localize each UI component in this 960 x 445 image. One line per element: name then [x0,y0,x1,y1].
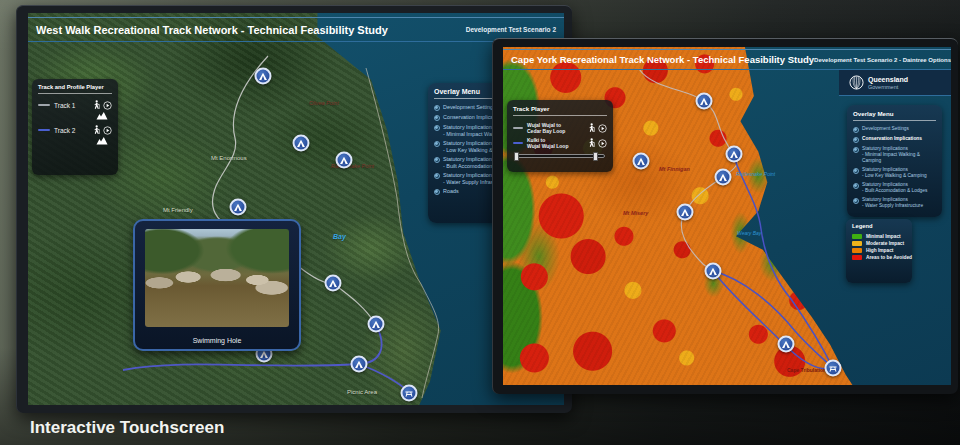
-hiker-icon[interactable] [93,100,101,110]
right-touchscreen-window: Mt FinniganRattlesnake PointMt MiseryWea… [492,38,958,394]
legend-row: High Impact [846,246,912,253]
campsite-icon [700,97,709,105]
divider [853,120,936,121]
stage-caption: Interactive Touchscreen [30,418,224,438]
campsite-marker[interactable] [633,153,650,170]
overlay-menu-item[interactable]: Statutory Implications- Low Key Walking … [847,165,942,180]
overlay-menu-item[interactable]: Statutory Implications- Water Supply Inf… [847,195,942,210]
campsite-icon [637,157,646,165]
left-scenario-label: Development Test Scenario 2 [466,26,564,33]
map-label: Olivea Point [309,100,339,106]
timeline-slider[interactable] [515,154,605,158]
campsite-marker[interactable] [696,93,713,110]
menu-bullet-icon [853,183,859,189]
campsite-icon [340,156,349,164]
menu-item-label: Statutory Implications- Minimal Impact W… [862,146,937,164]
menu-bullet-icon [434,141,440,147]
right-header: Cape York Recreational Track Network - T… [503,49,951,70]
menu-bullet-icon [853,127,859,133]
legend-panel: Legend Minimal ImpactModerate ImpactHigh… [846,219,912,283]
overlay-menu-item[interactable]: Conservation Implications [847,134,942,144]
campsite-marker[interactable] [715,169,732,186]
-hiker-icon[interactable] [93,125,101,135]
menu-bullet-icon [853,198,859,204]
track-row[interactable]: Track 1 [32,97,118,122]
slider-handle-right[interactable] [593,152,598,161]
-play-icon[interactable] [103,101,112,110]
menu-bullet-icon [434,105,440,111]
legend-swatch [852,248,862,253]
-play-icon[interactable] [598,124,607,133]
campsite-icon [709,267,718,275]
map-label: Picnic Area [347,389,377,395]
menu-item-label: Statutory Implications- Low Key Walking … [862,167,927,179]
overlay-menu-item[interactable]: Statutory Implications- Built Accomodati… [847,180,942,195]
photo-popup[interactable]: Swimming Hole [133,219,301,351]
menu-bullet-icon [434,173,440,179]
overlay-menu-item[interactable]: Development Settings [847,124,942,134]
-play-icon[interactable] [598,139,607,148]
track-color-swatch [513,142,523,144]
legend-row: Moderate Impact [846,239,912,246]
campsite-icon [260,350,269,358]
slider-handle-left[interactable] [514,152,519,161]
map-label: Mt Misery [623,210,648,216]
track-row[interactable]: Wujal Wujal toCedar Bay Loop [507,119,613,134]
picnic-icon [405,389,414,397]
campsite-marker[interactable] [255,68,272,85]
track-player-title: Track Player [507,100,613,114]
picnic-marker[interactable] [825,360,842,377]
swimming-hole-photo [145,229,289,327]
photo-caption: Swimming Hole [135,337,299,344]
legend-title: Legend [846,219,912,232]
campsite-marker[interactable] [726,146,743,163]
campsite-marker[interactable] [293,135,310,152]
campsite-icon [297,139,306,147]
campsite-marker[interactable] [368,316,385,333]
campsite-marker[interactable] [677,204,694,221]
menu-item-label: Roads [443,188,459,195]
-profile-icon[interactable] [96,136,108,145]
menu-item-label: Statutory Implications- Water Supply Inf… [862,197,923,209]
track-row[interactable]: Track 2 [32,122,118,147]
-hiker-icon[interactable] [588,123,596,133]
legend-swatch [852,255,862,260]
-profile-icon[interactable] [96,111,108,120]
track-label: Track 1 [54,102,75,109]
campsite-icon [234,203,243,211]
picnic-marker[interactable] [401,385,418,402]
map-label: Bay [333,233,346,240]
right-scenario-label: Development Test Scenario 2 - Daintree O… [814,57,951,63]
map-label: Mt Finnigan [659,166,690,172]
campsite-marker[interactable] [778,336,795,353]
map-label: Mt Enormous [211,155,247,161]
campsite-marker[interactable] [230,199,247,216]
campsite-marker[interactable] [336,152,353,169]
menu-item-label: Development Settings [443,104,496,111]
campsite-marker[interactable] [705,263,722,280]
track-player-title: Track and Profile Player [32,79,118,92]
campsite-icon [782,340,791,348]
left-screen: Olivea PointMt EnormousRattlesnake Point… [28,13,564,405]
legend-swatch [852,241,862,246]
logo-line1: Queensland [868,76,908,84]
left-title: West Walk Recreational Track Network - T… [28,24,388,36]
divider [38,93,112,94]
track-label: Wujal Wujal toCedar Bay Loop [527,122,565,134]
divider [513,115,607,116]
track-color-swatch [513,127,523,129]
legend-label: Areas to be Avoided [866,255,912,260]
-play-icon[interactable] [103,126,112,135]
map-label: Cape Tribulation [787,367,826,373]
-hiker-icon[interactable] [588,138,596,148]
campsite-marker[interactable] [325,275,342,292]
overlay-menu-item[interactable]: Statutory Implications- Minimal Impact W… [847,144,942,165]
campsite-marker[interactable] [351,356,368,373]
map-label: Mt Friendly [163,207,193,213]
presentation-stage: Olivea PointMt EnormousRattlesnake Point… [0,0,960,445]
queensland-government-logo: Queensland Government [839,70,951,96]
track-row[interactable]: Kulki toWujal Wujal Loop [507,134,613,149]
legend-swatch [852,234,862,239]
legend-label: Moderate Impact [866,241,904,246]
legend-row: Minimal Impact [846,232,912,239]
